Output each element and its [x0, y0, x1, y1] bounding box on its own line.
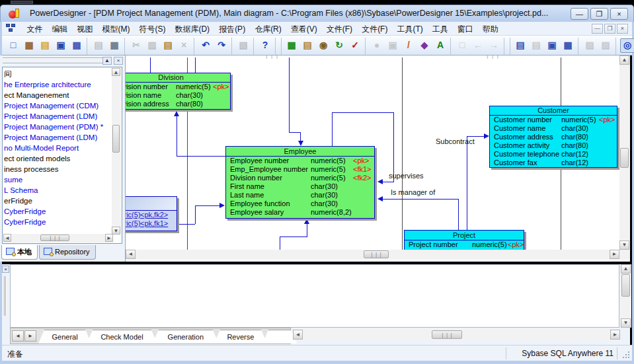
scroll-right-button[interactable]: ►: [105, 234, 113, 242]
relationship-line[interactable]: [177, 116, 177, 156]
pane-icon[interactable]: ▨: [582, 38, 597, 53]
scroll-left-button[interactable]: ◄: [126, 250, 136, 259]
scroll-up-button[interactable]: ▲: [112, 68, 120, 76]
open-workspace-icon[interactable]: ▦: [22, 38, 36, 53]
mdi-close-button[interactable]: ×: [617, 24, 628, 34]
output-tab-reverse[interactable]: Reverse: [214, 330, 267, 344]
title-bar[interactable]: PowerDesigner - [PDM Project Management …: [0, 5, 634, 22]
scroll-thumb[interactable]: [621, 274, 630, 297]
font-icon[interactable]: A: [433, 38, 448, 53]
tree-horizontal-scrollbar[interactable]: ◄ ❘❘❘ ►: [3, 234, 113, 242]
undo-icon[interactable]: ↶: [198, 38, 213, 53]
panel-grip[interactable]: [3, 57, 103, 64]
menu-item-8[interactable]: 仓库(R): [250, 22, 286, 36]
open-folder-icon[interactable]: ▤: [38, 38, 52, 53]
canvas-vertical-scrollbar[interactable]: ▲ ▼: [619, 55, 630, 250]
resize-grip[interactable]: [621, 350, 629, 358]
output-close-button[interactable]: ×: [2, 266, 9, 273]
menu-item-15[interactable]: 帮助: [478, 22, 503, 36]
tree-item[interactable]: CyberFridge: [4, 206, 112, 217]
table-column-row[interactable]: Division numbernumeric(5)<fk2>: [226, 174, 374, 182]
tree-item[interactable]: Project Management (PDM) *: [4, 122, 112, 132]
back-icon[interactable]: ←: [471, 38, 485, 53]
relationship-label-supervises[interactable]: supervises: [389, 172, 424, 180]
table-column-row[interactable]: Last namechar(30): [226, 191, 374, 200]
relationship-line[interactable]: [289, 57, 290, 132]
refresh-icon[interactable]: ↻: [332, 38, 346, 53]
paste-icon[interactable]: ▤: [161, 38, 175, 53]
table-column-row[interactable]: Division numbernumeric(5)<pk>: [112, 83, 230, 91]
properties-icon[interactable]: ▧: [236, 38, 251, 53]
copy-icon[interactable]: ▥: [145, 38, 159, 53]
menu-item-10[interactable]: 文件(F): [322, 22, 357, 36]
menu-item-9[interactable]: 查看(V): [286, 22, 322, 36]
tree-item[interactable]: ect oriented models: [4, 153, 112, 164]
new-window-icon[interactable]: ▣: [545, 38, 559, 53]
menu-item-6[interactable]: 数据库(D): [170, 22, 214, 36]
output-tab-general[interactable]: General: [38, 330, 91, 344]
tab-scroll-left-button[interactable]: ◄: [12, 330, 24, 342]
relationship-label-is-manager-of[interactable]: Is manager of: [391, 188, 435, 196]
tree-item[interactable]: iness processes: [4, 164, 112, 174]
scroll-left-button[interactable]: ◄: [293, 330, 303, 340]
tab-scroll-right-button[interactable]: ►: [24, 330, 36, 342]
tree-item[interactable]: L Schema: [4, 185, 112, 196]
scroll-thumb[interactable]: ❘❘❘: [40, 235, 69, 241]
restore-button[interactable]: ❐: [590, 8, 608, 20]
output-content[interactable]: [10, 264, 619, 328]
mdi-minimize-button[interactable]: —: [592, 24, 603, 34]
relationship-line[interactable]: [177, 156, 225, 157]
grid-icon[interactable]: ▣: [385, 38, 400, 53]
format-pen-icon[interactable]: /: [401, 38, 416, 53]
menu-item-11[interactable]: 文件(F): [357, 22, 392, 36]
scroll-left-button[interactable]: ◄: [3, 234, 11, 242]
scroll-thumb[interactable]: [112, 125, 120, 153]
table-header[interactable]: Employee: [226, 147, 374, 157]
table-column-row[interactable]: First namechar(30): [226, 182, 374, 191]
menu-item-4[interactable]: 模型(M): [97, 22, 134, 36]
tree-vertical-scrollbar[interactable]: ▲ ▼: [112, 68, 121, 235]
relationship-line[interactable]: [195, 205, 220, 206]
scroll-thumb[interactable]: ❘❘❘: [432, 330, 462, 339]
relationship-line[interactable]: [195, 205, 196, 224]
relationship-line[interactable]: [458, 199, 459, 230]
note-icon[interactable]: □: [455, 38, 469, 53]
menu-item-1[interactable]: 文件: [22, 22, 47, 36]
relationship-line[interactable]: [307, 223, 307, 237]
output-vertical-scrollbar[interactable]: ▲ ▼: [621, 264, 631, 328]
windows-icon[interactable]: ▦: [561, 38, 575, 53]
output-tab-check-model[interactable]: Check Model: [87, 330, 157, 344]
minimize-button[interactable]: —: [571, 8, 588, 20]
tree-item[interactable]: CyberFridge: [4, 217, 112, 227]
window-list-icon[interactable]: ▤: [529, 38, 543, 53]
redo-icon[interactable]: ↷: [214, 38, 229, 53]
panel-close-button[interactable]: ×: [114, 57, 123, 65]
table-column-row[interactable]: Employee salarynumeric(8,2): [226, 208, 374, 217]
find-objects-icon[interactable]: ◉: [316, 38, 331, 53]
browser-tab-Repository[interactable]: Repository: [39, 245, 96, 260]
save-icon[interactable]: ▣: [54, 38, 68, 53]
relationship-line[interactable]: [467, 136, 467, 230]
mdi-restore-button[interactable]: ❐: [604, 24, 615, 34]
tree-item[interactable]: Project Management (LDM): [4, 132, 112, 143]
cut-icon[interactable]: ✂: [129, 38, 143, 53]
zoom-window-icon[interactable]: ◎: [620, 38, 634, 53]
relationship-label-subcontract[interactable]: Subcontract: [436, 137, 475, 145]
relationship-line[interactable]: [289, 132, 301, 133]
table-column-row[interactable]: Division addresschar(80): [112, 100, 230, 108]
table-column-row[interactable]: Customer namechar(30): [490, 124, 617, 133]
relationship-line[interactable]: [332, 112, 333, 146]
print-preview-icon[interactable]: ▤: [91, 38, 106, 53]
relationship-line[interactable]: [280, 237, 307, 237]
table-column-row[interactable]: Customer telephonechar(12): [490, 150, 617, 159]
scroll-up-button[interactable]: ▲: [619, 55, 629, 65]
relationship-line[interactable]: [195, 57, 196, 73]
scroll-thumb[interactable]: ❘❘❘: [364, 250, 389, 258]
scroll-thumb[interactable]: [620, 148, 629, 168]
browser-tree[interactable]: 间he Enterprise architectureect Managenem…: [2, 67, 122, 244]
table-header[interactable]: Project: [405, 231, 524, 240]
scroll-right-button[interactable]: ►: [610, 250, 619, 259]
menu-item-7[interactable]: 报告(P): [214, 22, 250, 36]
scroll-down-button[interactable]: ▼: [619, 240, 629, 250]
output-horizontal-scrollbar[interactable]: ◄ ❘❘❘ ►: [293, 330, 620, 340]
